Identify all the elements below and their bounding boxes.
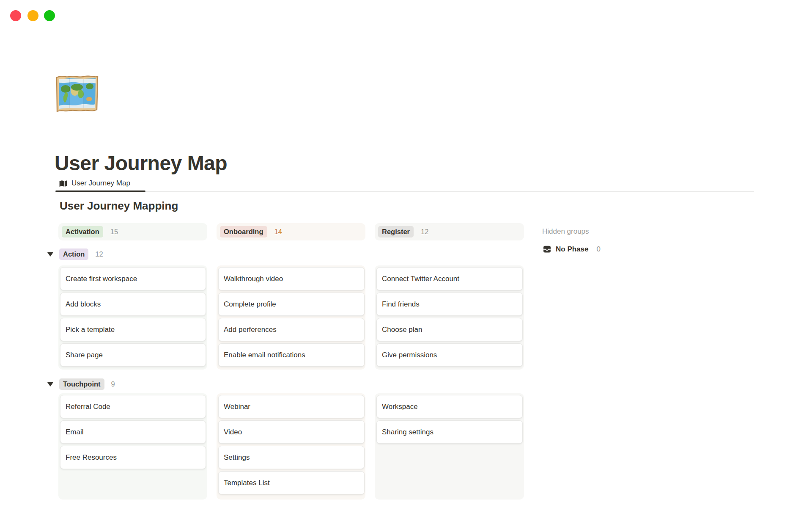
board-card[interactable]: Complete profile [218,293,365,316]
board-card[interactable]: Referral Code [60,395,206,418]
column-count: 15 [110,228,118,236]
board-card[interactable]: Pick a template [60,318,206,341]
group-chip-action[interactable]: Action [59,248,88,260]
column-chip-onboarding[interactable]: Onboarding [220,226,267,237]
board-card[interactable]: Share page [60,343,206,367]
board-card[interactable]: Add blocks [60,293,206,316]
board-card[interactable]: Enable email notifications [218,343,365,367]
group-chip-touchpoint[interactable]: Touchpoint [59,378,104,390]
group-row-touchpoint: Touchpoint 9 [47,378,115,390]
collapse-triangle-icon[interactable] [47,382,53,387]
inbox-tray-icon [543,245,551,254]
no-phase-label: No Phase [556,245,588,254]
window-close-button[interactable] [10,10,21,21]
board-card[interactable]: Connect Twitter Account [376,267,523,290]
map-view-icon [58,179,67,188]
world-map-icon [55,74,100,113]
board-card[interactable]: Walkthrough video [218,267,365,290]
group-count: 9 [111,380,115,388]
page-icon-world-map[interactable] [55,74,100,113]
hidden-groups-label: Hidden groups [542,227,589,236]
column-header-onboarding[interactable]: Onboarding 14 [217,223,365,240]
column-header-activation[interactable]: Activation 15 [58,223,207,240]
no-phase-count: 0 [596,245,600,254]
column-count: 12 [421,228,428,236]
hidden-group-no-phase[interactable]: No Phase 0 [543,245,601,254]
column-chip-activation[interactable]: Activation [62,226,103,237]
board-card[interactable]: Create first workspace [60,267,206,290]
tab-user-journey-map[interactable]: User Journey Map [58,177,130,190]
column-header-register[interactable]: Register 12 [375,223,524,240]
board-card[interactable]: Find friends [376,293,523,316]
board-card[interactable]: Give permissions [376,343,523,367]
active-tab-underline [55,190,145,192]
window-zoom-button[interactable] [44,10,55,21]
tab-bar-divider [55,191,754,192]
board-card[interactable]: Free Resources [60,446,206,469]
board-card[interactable]: Templates List [218,471,365,494]
collapse-triangle-icon[interactable] [47,252,53,257]
board-card[interactable]: Video [218,420,365,444]
board-card[interactable]: Add perferences [218,318,365,341]
board-card[interactable]: Workspace [376,395,523,418]
column-chip-register[interactable]: Register [378,226,414,237]
group-count: 12 [95,250,103,258]
board-card[interactable]: Settings [218,446,365,469]
window-minimize-button[interactable] [27,10,38,21]
column-count: 14 [274,228,282,236]
tab-label: User Journey Map [71,179,130,188]
group-row-action: Action 12 [47,248,103,260]
board-card[interactable]: Webinar [218,395,365,418]
board-card[interactable]: Choose plan [376,318,523,341]
board-title: User Journey Mapping [60,199,178,213]
board-card[interactable]: Email [60,420,206,444]
page-title: User Journey Map [55,152,227,175]
board-card[interactable]: Sharing settings [376,420,523,444]
